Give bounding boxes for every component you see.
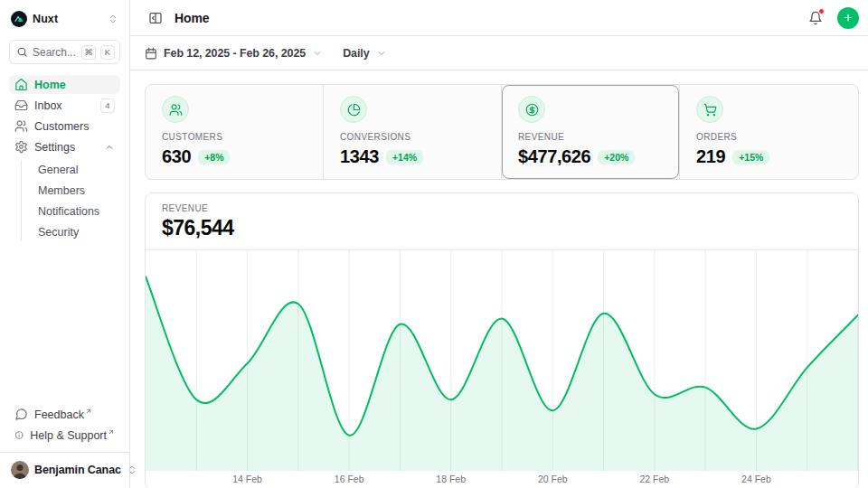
sidebar-item-general[interactable]: General bbox=[33, 160, 120, 179]
chevrons-up-down-icon bbox=[108, 14, 118, 24]
pie-chart-icon bbox=[340, 96, 367, 123]
sidebar-item-label: Home bbox=[34, 79, 115, 91]
x-axis-tick-label: 20 Feb bbox=[538, 474, 568, 484]
chat-bubble-icon bbox=[14, 408, 28, 421]
sidebar-item-label: Settings bbox=[34, 141, 98, 154]
users-icon bbox=[14, 119, 28, 133]
search-icon bbox=[16, 46, 28, 58]
collapse-sidebar-button[interactable] bbox=[145, 7, 166, 29]
chart-metric-value: $76,544 bbox=[162, 216, 842, 240]
user-avatar bbox=[11, 461, 29, 479]
stat-value: 630 bbox=[162, 146, 191, 167]
date-range-picker[interactable]: Feb 12, 2025 - Feb 26, 2025 bbox=[145, 47, 323, 60]
stat-card-revenue[interactable]: REVENUE $477,626 +20% bbox=[502, 85, 680, 179]
x-axis-tick-label: 14 Feb bbox=[232, 474, 262, 484]
x-axis-tick-label: 22 Feb bbox=[639, 474, 669, 484]
kbd-meta-key: ⌘ bbox=[81, 45, 96, 60]
stat-card-conversions[interactable]: CONVERSIONS 1343 +14% bbox=[324, 85, 502, 179]
sidebar-item-customers[interactable]: Customers bbox=[9, 117, 120, 136]
stat-delta-badge: +8% bbox=[198, 150, 230, 164]
period-select[interactable]: Daily bbox=[343, 47, 386, 60]
stats-row: CUSTOMERS 630 +8% CONVERSIONS 1343 +14% bbox=[145, 84, 859, 180]
stat-delta-badge: +15% bbox=[732, 150, 769, 164]
chevron-down-icon bbox=[312, 48, 323, 59]
x-axis-tick-label: 18 Feb bbox=[436, 474, 466, 484]
stat-value: 1343 bbox=[340, 146, 379, 167]
sidebar-item-notifications[interactable]: Notifications bbox=[33, 202, 120, 221]
sidebar-nav: Home Inbox 4 Customers Settings General … bbox=[9, 75, 120, 241]
sidebar-item-label: Customers bbox=[34, 120, 115, 133]
workspace-name: Nuxt bbox=[33, 13, 102, 25]
stat-value: 219 bbox=[696, 146, 725, 167]
sidebar-item-label: Inbox bbox=[34, 99, 94, 112]
kbd-k-key: K bbox=[100, 45, 115, 60]
dashboard-app: Nuxt Search... ⌘ K Home Inbox 4 Cust bbox=[0, 0, 868, 488]
dashboard-content: CUSTOMERS 630 +8% CONVERSIONS 1343 +14% bbox=[130, 70, 868, 488]
stat-delta-badge: +14% bbox=[386, 150, 423, 164]
info-circle-icon bbox=[14, 428, 24, 442]
inbox-icon bbox=[14, 99, 28, 112]
users-icon bbox=[162, 96, 189, 123]
nuxt-logo bbox=[11, 11, 27, 27]
external-link-icon bbox=[85, 405, 92, 418]
chart-x-axis: 14 Feb16 Feb18 Feb20 Feb22 Feb24 Feb bbox=[146, 471, 858, 488]
search-placeholder: Search... bbox=[33, 46, 77, 59]
search-input[interactable]: Search... ⌘ K bbox=[9, 40, 120, 64]
stat-label: CONVERSIONS bbox=[340, 132, 485, 142]
sidebar-item-settings[interactable]: Settings bbox=[9, 137, 120, 156]
user-menu[interactable]: Benjamin Canac bbox=[9, 453, 120, 488]
chevron-down-icon bbox=[376, 48, 387, 59]
gear-icon bbox=[14, 140, 28, 154]
chart-metric-label: REVENUE bbox=[162, 203, 842, 213]
x-axis-tick-label: 24 Feb bbox=[741, 474, 771, 484]
dollar-circle-icon bbox=[518, 96, 545, 123]
chart-plot-area[interactable] bbox=[146, 250, 858, 471]
stat-card-customers[interactable]: CUSTOMERS 630 +8% bbox=[146, 85, 324, 179]
sidebar-item-label: Feedback bbox=[34, 408, 115, 421]
sidebar-item-members[interactable]: Members bbox=[33, 181, 120, 200]
topbar: Home bbox=[130, 0, 868, 36]
add-new-button[interactable] bbox=[837, 7, 859, 29]
chart-header: REVENUE $76,544 bbox=[146, 193, 858, 250]
cart-icon bbox=[696, 96, 723, 123]
settings-subnav: General Members Notifications Security bbox=[21, 160, 120, 241]
x-axis-tick-label: 16 Feb bbox=[335, 474, 364, 484]
plus-icon bbox=[843, 12, 854, 23]
period-label: Daily bbox=[343, 47, 369, 60]
notifications-button[interactable] bbox=[805, 7, 826, 29]
sidebar-item-home[interactable]: Home bbox=[9, 75, 120, 94]
calendar-icon bbox=[145, 47, 157, 60]
chevron-up-icon bbox=[104, 142, 115, 153]
main-area: Home Feb 12, 2025 - Feb 26, 2025 Daily bbox=[130, 0, 868, 488]
external-link-icon bbox=[108, 426, 115, 438]
panel-left-close-icon bbox=[148, 11, 163, 25]
inbox-count-badge: 4 bbox=[100, 99, 115, 113]
sidebar-item-security[interactable]: Security bbox=[33, 222, 120, 241]
page-title: Home bbox=[175, 11, 797, 25]
stat-label: CUSTOMERS bbox=[162, 132, 307, 142]
revenue-chart-card: REVENUE $76,544 14 Feb16 Feb18 Feb20 Feb… bbox=[145, 192, 859, 488]
sidebar-item-help-support[interactable]: Help & Support bbox=[9, 426, 120, 445]
stat-card-orders[interactable]: ORDERS 219 +15% bbox=[680, 85, 858, 179]
sidebar-item-feedback[interactable]: Feedback bbox=[9, 405, 120, 424]
sidebar: Nuxt Search... ⌘ K Home Inbox 4 Cust bbox=[0, 0, 130, 488]
date-range-label: Feb 12, 2025 - Feb 26, 2025 bbox=[164, 47, 306, 60]
stat-label: ORDERS bbox=[696, 132, 842, 142]
filter-bar: Feb 12, 2025 - Feb 26, 2025 Daily bbox=[130, 36, 868, 70]
revenue-area-chart[interactable] bbox=[146, 250, 858, 471]
stat-label: REVENUE bbox=[518, 132, 663, 142]
stat-value: $477,626 bbox=[518, 146, 590, 167]
workspace-switcher[interactable]: Nuxt bbox=[9, 7, 120, 31]
notification-dot bbox=[818, 8, 825, 14]
sidebar-item-label: Help & Support bbox=[30, 429, 115, 442]
home-icon bbox=[14, 78, 28, 91]
stat-delta-badge: +20% bbox=[598, 150, 635, 164]
sidebar-item-inbox[interactable]: Inbox 4 bbox=[9, 96, 120, 115]
user-name: Benjamin Canac bbox=[34, 464, 121, 476]
